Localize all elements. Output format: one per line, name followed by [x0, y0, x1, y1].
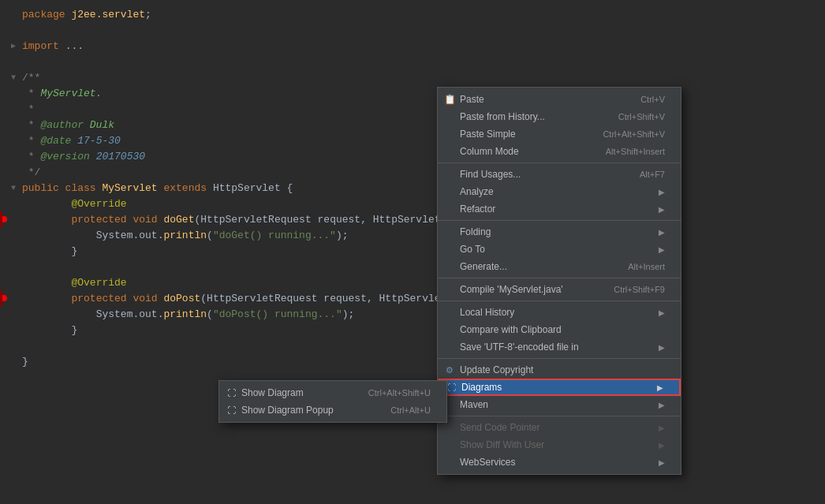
menu-item-generate-label: Generate...: [460, 261, 612, 272]
separator-4: [438, 301, 681, 301]
menu-item-find-usages-label: Find Usages...: [460, 169, 624, 180]
code-line-23: }: [0, 353, 825, 369]
fold-icon-doc[interactable]: ▼: [11, 73, 16, 82]
menu-item-analyze-label: Analyze: [460, 186, 659, 197]
code-line-9: * @date 17-5-30: [0, 133, 825, 148]
paste-icon: 📋: [442, 94, 457, 105]
code-line-8: * @author Dulk: [0, 117, 825, 133]
analyze-arrow: ▶: [659, 188, 665, 196]
menu-item-column-mode-shortcut: Alt+Shift+Insert: [606, 147, 665, 156]
menu-item-paste-shortcut: Ctrl+V: [640, 95, 665, 104]
menu-item-find-usages[interactable]: Find Usages... Alt+F7: [438, 166, 681, 183]
fold-icon[interactable]: ▶: [11, 41, 16, 50]
menu-item-save-encoded-label: Save 'UTF-8'-encoded file in: [460, 342, 659, 353]
separator-5: [438, 358, 681, 359]
menu-item-analyze[interactable]: Analyze ▶: [438, 183, 681, 200]
menu-item-refactor[interactable]: Refactor ▶: [438, 200, 681, 218]
menu-item-folding-label: Folding: [460, 226, 659, 237]
menu-item-refactor-label: Refactor: [460, 203, 659, 215]
submenu-item-show-diagram-label: Show Diagram: [241, 387, 353, 398]
menu-item-generate-shortcut: Alt+Insert: [628, 262, 665, 271]
code-line-6: * MyServlet.: [0, 85, 825, 101]
submenu-item-show-diagram-shortcut: Ctrl+Alt+Shift+U: [368, 388, 431, 398]
copyright-icon: ⚙: [442, 365, 457, 375]
breakpoint-stripe: [0, 211, 2, 227]
separator-1: [438, 162, 681, 163]
menu-item-compile-shortcut: Ctrl+Shift+F9: [614, 285, 665, 294]
separator-3: [438, 278, 681, 278]
context-menu: 📋 Paste Ctrl+V Paste from History... Ctr…: [437, 87, 681, 475]
separator-2: [438, 220, 681, 221]
menu-item-webservices[interactable]: WebServices ▶: [438, 454, 681, 471]
menu-item-column-mode[interactable]: Column Mode Alt+Shift+Insert: [438, 143, 681, 160]
code-line-1: package j2ee.servlet;: [0, 6, 825, 22]
menu-item-find-usages-shortcut: Alt+F7: [640, 170, 665, 179]
menu-item-compare-clipboard[interactable]: Compare with Clipboard: [438, 321, 681, 338]
send-code-pointer-arrow: ▶: [659, 424, 665, 432]
menu-item-paste-simple[interactable]: Paste Simple Ctrl+Alt+Shift+V: [438, 125, 681, 143]
code-line-18: @Override: [0, 274, 825, 290]
menu-item-paste-history[interactable]: Paste from History... Ctrl+Shift+V: [438, 108, 681, 125]
submenu-item-show-diagram-popup-shortcut: Ctrl+Alt+U: [390, 405, 431, 415]
fold-icon-class[interactable]: ▼: [11, 184, 16, 192]
code-line-19: protected void doPost(HttpServletRequest…: [0, 290, 825, 306]
show-diff-user-arrow: ▶: [659, 441, 665, 450]
submenu-item-show-diagram-popup-label: Show Diagram Popup: [241, 405, 375, 416]
local-history-arrow: ▶: [659, 308, 665, 317]
menu-item-diagrams-label: Diagrams: [461, 382, 657, 393]
menu-item-column-mode-label: Column Mode: [460, 146, 590, 157]
code-line-16: }: [0, 243, 825, 259]
menu-item-send-code-pointer-label: Send Code Pointer: [460, 422, 659, 433]
go-to-arrow: ▶: [659, 245, 665, 254]
menu-item-save-encoded[interactable]: Save 'UTF-8'-encoded file in ▶: [438, 338, 681, 356]
menu-item-paste-history-label: Paste from History...: [460, 111, 603, 122]
menu-item-webservices-label: WebServices: [460, 457, 659, 468]
menu-item-show-diff-user: Show Diff With User ▶: [438, 436, 681, 454]
webservices-arrow: ▶: [659, 458, 665, 467]
code-editor: package j2ee.servlet; ▶ import ... ▼ /**…: [0, 0, 825, 504]
code-line-12: ▼ public class MyServlet extends HttpSer…: [0, 180, 825, 196]
code-line-22: [0, 338, 825, 353]
menu-item-compile[interactable]: Compile 'MyServlet.java' Ctrl+Shift+F9: [438, 281, 681, 298]
refactor-arrow: ▶: [659, 205, 665, 214]
menu-item-update-copyright-label: Update Copyright: [460, 364, 665, 375]
show-diagram-icon: ⛶: [224, 388, 238, 398]
menu-item-paste-history-shortcut: Ctrl+Shift+V: [618, 112, 665, 121]
submenu-item-show-diagram-popup[interactable]: ⛶ Show Diagram Popup Ctrl+Alt+U: [219, 401, 446, 419]
code-line-2: [0, 22, 825, 38]
menu-item-diagrams[interactable]: ⛶ Diagrams ▶: [438, 379, 681, 396]
diagrams-submenu: ⛶ Show Diagram Ctrl+Alt+Shift+U ⛶ Show D…: [218, 380, 447, 423]
menu-item-show-diff-user-label: Show Diff With User: [460, 439, 659, 450]
folding-arrow: ▶: [659, 228, 665, 237]
menu-item-compare-clipboard-label: Compare with Clipboard: [460, 324, 665, 335]
save-encoded-arrow: ▶: [659, 343, 665, 352]
menu-item-local-history[interactable]: Local History ▶: [438, 304, 681, 321]
menu-item-maven-label: Maven: [460, 399, 659, 410]
menu-item-go-to-label: Go To: [460, 244, 659, 255]
submenu-item-show-diagram[interactable]: ⛶ Show Diagram Ctrl+Alt+Shift+U: [219, 384, 446, 401]
menu-item-local-history-label: Local History: [460, 307, 659, 318]
menu-item-paste-simple-label: Paste Simple: [460, 129, 587, 140]
separator-6: [438, 416, 681, 416]
menu-item-folding[interactable]: Folding ▶: [438, 223, 681, 241]
code-line-21: }: [0, 322, 825, 338]
show-diagram-popup-icon: ⛶: [224, 405, 238, 415]
code-line-3: ▶ import ...: [0, 38, 825, 54]
menu-item-paste-label: Paste: [460, 94, 625, 105]
menu-item-maven[interactable]: Maven ▶: [438, 396, 681, 413]
code-line-20: System.out.println("doPost() running..."…: [0, 306, 825, 322]
menu-item-compile-label: Compile 'MyServlet.java': [460, 284, 598, 295]
menu-item-paste-simple-shortcut: Ctrl+Alt+Shift+V: [603, 129, 665, 139]
breakpoint-stripe-2: [0, 290, 2, 306]
code-line-4: [0, 54, 825, 69]
code-line-15: System.out.println("doGet() running...")…: [0, 227, 825, 243]
menu-item-paste[interactable]: 📋 Paste Ctrl+V: [438, 91, 681, 108]
maven-arrow: ▶: [659, 401, 665, 409]
menu-item-update-copyright[interactable]: ⚙ Update Copyright: [438, 361, 681, 379]
code-line-10: * @version 20170530: [0, 148, 825, 164]
code-line-14: protected void doGet(HttpServletRequest …: [0, 211, 825, 227]
code-line-5: ▼ /**: [0, 69, 825, 85]
menu-item-generate[interactable]: Generate... Alt+Insert: [438, 258, 681, 275]
code-line-7: *: [0, 101, 825, 117]
menu-item-go-to[interactable]: Go To ▶: [438, 241, 681, 258]
